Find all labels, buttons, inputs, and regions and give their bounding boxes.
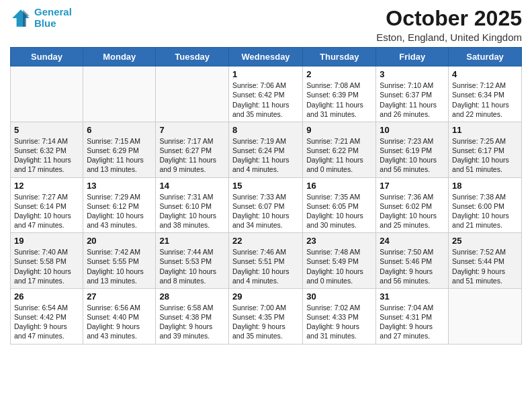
day-number: 15 <box>232 181 299 191</box>
day-detail: Sunrise: 7:44 AM Sunset: 5:53 PM Dayligh… <box>159 247 225 285</box>
day-number: 29 <box>232 291 299 302</box>
col-saturday: Saturday <box>449 48 522 66</box>
day-detail: Sunrise: 7:02 AM Sunset: 4:33 PM Dayligh… <box>306 303 372 341</box>
day-number: 1 <box>232 69 299 79</box>
day-number: 11 <box>452 125 518 135</box>
day-detail: Sunrise: 7:12 AM Sunset: 6:34 PM Dayligh… <box>452 81 518 119</box>
day-number: 3 <box>380 69 445 79</box>
day-detail: Sunrise: 7:21 AM Sunset: 6:22 PM Dayligh… <box>306 136 372 175</box>
day-detail: Sunrise: 7:46 AM Sunset: 5:51 PM Dayligh… <box>232 247 299 285</box>
day-detail: Sunrise: 7:27 AM Sunset: 6:14 PM Dayligh… <box>14 192 79 230</box>
day-number: 26 <box>14 291 79 302</box>
day-detail: Sunrise: 6:54 AM Sunset: 4:42 PM Dayligh… <box>14 303 79 341</box>
day-detail: Sunrise: 7:31 AM Sunset: 6:10 PM Dayligh… <box>159 192 225 230</box>
table-row: 30Sunrise: 7:02 AM Sunset: 4:33 PM Dayli… <box>303 288 376 344</box>
table-row <box>83 66 156 122</box>
day-number: 2 <box>306 69 372 79</box>
day-number: 12 <box>14 181 79 191</box>
calendar-week-row: 5Sunrise: 7:14 AM Sunset: 6:32 PM Daylig… <box>11 122 522 177</box>
location: Eston, England, United Kingdom <box>376 32 522 43</box>
day-number: 8 <box>232 125 299 135</box>
day-detail: Sunrise: 7:33 AM Sunset: 6:07 PM Dayligh… <box>232 192 299 230</box>
day-detail: Sunrise: 7:17 AM Sunset: 6:27 PM Dayligh… <box>159 136 225 175</box>
table-row: 10Sunrise: 7:23 AM Sunset: 6:19 PM Dayli… <box>376 122 449 177</box>
day-detail: Sunrise: 7:00 AM Sunset: 4:35 PM Dayligh… <box>232 303 299 341</box>
day-detail: Sunrise: 7:15 AM Sunset: 6:29 PM Dayligh… <box>87 136 152 175</box>
day-number: 24 <box>380 236 445 246</box>
logo: General Blue <box>10 7 72 29</box>
day-detail: Sunrise: 7:08 AM Sunset: 6:39 PM Dayligh… <box>306 81 372 119</box>
table-row: 29Sunrise: 7:00 AM Sunset: 4:35 PM Dayli… <box>228 288 302 344</box>
month-title: October 2025 <box>376 7 522 30</box>
table-row: 28Sunrise: 6:58 AM Sunset: 4:38 PM Dayli… <box>156 288 229 344</box>
day-number: 25 <box>452 236 518 246</box>
day-number: 18 <box>452 181 518 191</box>
day-detail: Sunrise: 7:36 AM Sunset: 6:02 PM Dayligh… <box>380 192 445 230</box>
day-number: 4 <box>452 69 518 79</box>
day-number: 10 <box>380 125 445 135</box>
day-number: 14 <box>159 181 225 191</box>
day-number: 13 <box>87 181 152 191</box>
day-detail: Sunrise: 7:10 AM Sunset: 6:37 PM Dayligh… <box>380 81 445 119</box>
table-row: 1Sunrise: 7:06 AM Sunset: 6:42 PM Daylig… <box>228 66 302 122</box>
day-detail: Sunrise: 7:29 AM Sunset: 6:12 PM Dayligh… <box>87 192 152 230</box>
day-detail: Sunrise: 7:42 AM Sunset: 5:55 PM Dayligh… <box>87 247 152 285</box>
day-number: 17 <box>380 181 445 191</box>
col-friday: Friday <box>376 48 449 66</box>
table-row: 23Sunrise: 7:48 AM Sunset: 5:49 PM Dayli… <box>303 233 376 289</box>
calendar: Sunday Monday Tuesday Wednesday Thursday… <box>10 47 522 344</box>
day-number: 22 <box>232 236 299 246</box>
day-number: 9 <box>306 125 372 135</box>
table-row: 25Sunrise: 7:52 AM Sunset: 5:44 PM Dayli… <box>449 233 522 289</box>
day-detail: Sunrise: 7:04 AM Sunset: 4:31 PM Dayligh… <box>380 303 445 341</box>
title-block: October 2025 Eston, England, United King… <box>376 7 522 43</box>
table-row: 31Sunrise: 7:04 AM Sunset: 4:31 PM Dayli… <box>376 288 449 344</box>
day-number: 20 <box>87 236 152 246</box>
day-detail: Sunrise: 7:50 AM Sunset: 5:46 PM Dayligh… <box>380 247 445 285</box>
calendar-week-row: 12Sunrise: 7:27 AM Sunset: 6:14 PM Dayli… <box>11 177 522 233</box>
day-number: 30 <box>306 291 372 302</box>
day-detail: Sunrise: 7:25 AM Sunset: 6:17 PM Dayligh… <box>452 136 518 175</box>
header: General Blue October 2025 Eston, England… <box>10 7 522 43</box>
table-row: 5Sunrise: 7:14 AM Sunset: 6:32 PM Daylig… <box>11 122 83 177</box>
logo-text: General Blue <box>34 7 72 29</box>
day-number: 6 <box>87 125 152 135</box>
table-row: 11Sunrise: 7:25 AM Sunset: 6:17 PM Dayli… <box>449 122 522 177</box>
day-detail: Sunrise: 7:35 AM Sunset: 6:05 PM Dayligh… <box>306 192 372 230</box>
day-detail: Sunrise: 7:23 AM Sunset: 6:19 PM Dayligh… <box>380 136 445 175</box>
col-thursday: Thursday <box>303 48 376 66</box>
day-detail: Sunrise: 7:14 AM Sunset: 6:32 PM Dayligh… <box>14 136 79 175</box>
calendar-header-row: Sunday Monday Tuesday Wednesday Thursday… <box>11 48 522 66</box>
logo-line1: General <box>34 6 72 17</box>
logo-line2: Blue <box>34 17 56 29</box>
table-row: 18Sunrise: 7:38 AM Sunset: 6:00 PM Dayli… <box>449 177 522 233</box>
day-number: 31 <box>380 291 445 302</box>
day-detail: Sunrise: 7:40 AM Sunset: 5:58 PM Dayligh… <box>14 247 79 285</box>
day-detail: Sunrise: 6:56 AM Sunset: 4:40 PM Dayligh… <box>87 303 152 341</box>
day-number: 7 <box>159 125 225 135</box>
table-row: 22Sunrise: 7:46 AM Sunset: 5:51 PM Dayli… <box>228 233 302 289</box>
day-detail: Sunrise: 7:52 AM Sunset: 5:44 PM Dayligh… <box>452 247 518 285</box>
day-detail: Sunrise: 7:38 AM Sunset: 6:00 PM Dayligh… <box>452 192 518 230</box>
table-row: 26Sunrise: 6:54 AM Sunset: 4:42 PM Dayli… <box>11 288 83 344</box>
table-row: 16Sunrise: 7:35 AM Sunset: 6:05 PM Dayli… <box>303 177 376 233</box>
calendar-week-row: 1Sunrise: 7:06 AM Sunset: 6:42 PM Daylig… <box>11 66 522 122</box>
table-row: 7Sunrise: 7:17 AM Sunset: 6:27 PM Daylig… <box>156 122 229 177</box>
day-number: 19 <box>14 236 79 246</box>
table-row: 15Sunrise: 7:33 AM Sunset: 6:07 PM Dayli… <box>228 177 302 233</box>
day-detail: Sunrise: 7:06 AM Sunset: 6:42 PM Dayligh… <box>232 81 299 119</box>
day-number: 21 <box>159 236 225 246</box>
table-row <box>11 66 83 122</box>
day-detail: Sunrise: 6:58 AM Sunset: 4:38 PM Dayligh… <box>159 303 225 341</box>
table-row: 24Sunrise: 7:50 AM Sunset: 5:46 PM Dayli… <box>376 233 449 289</box>
table-row: 13Sunrise: 7:29 AM Sunset: 6:12 PM Dayli… <box>83 177 156 233</box>
table-row: 21Sunrise: 7:44 AM Sunset: 5:53 PM Dayli… <box>156 233 229 289</box>
col-sunday: Sunday <box>11 48 83 66</box>
logo-icon <box>10 7 32 29</box>
day-number: 28 <box>159 291 225 302</box>
table-row: 17Sunrise: 7:36 AM Sunset: 6:02 PM Dayli… <box>376 177 449 233</box>
day-number: 23 <box>306 236 372 246</box>
day-number: 27 <box>87 291 152 302</box>
table-row: 9Sunrise: 7:21 AM Sunset: 6:22 PM Daylig… <box>303 122 376 177</box>
day-detail: Sunrise: 7:19 AM Sunset: 6:24 PM Dayligh… <box>232 136 299 175</box>
